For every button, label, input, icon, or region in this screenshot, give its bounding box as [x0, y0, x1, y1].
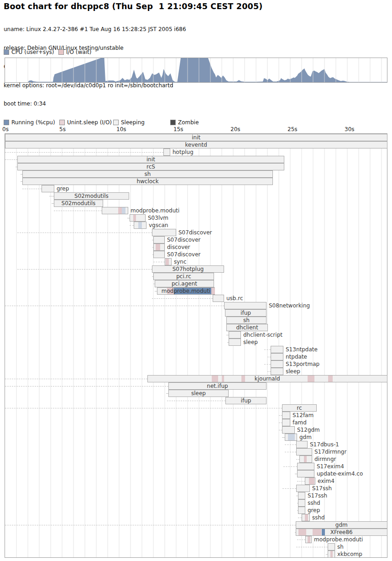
io-wait-segment [330, 551, 333, 557]
process-label: S13ntpdate [286, 346, 318, 353]
process-label: S07discover [167, 237, 200, 243]
process-tree-connector [5, 386, 168, 386]
process-label: init [5, 134, 387, 141]
process-tree-connector [5, 379, 147, 379]
process-label: S02modutils [54, 193, 129, 199]
process-label: rcS [17, 164, 284, 170]
process-tree-connector [5, 408, 282, 408]
process-tree-connector [264, 349, 271, 350]
process-label: S07discover [167, 251, 200, 258]
process-label: sh [337, 544, 344, 550]
legend-label: Running (%cpu) [11, 119, 55, 126]
sleeping-segment [138, 222, 142, 228]
process-bar [102, 207, 128, 214]
io-wait-segment [309, 478, 314, 484]
process-bar [271, 346, 283, 353]
legend-label: CPU (user+sys) [11, 49, 54, 55]
process-tree-connector [17, 233, 152, 233]
process-tree-connector [279, 430, 282, 430]
process-tree-connector [152, 298, 213, 299]
io-wait-segment [305, 514, 308, 521]
process-bar [299, 455, 312, 463]
legend-label: Unint.sleep (I/O) [67, 119, 112, 126]
process-tree-connector [296, 547, 328, 547]
process-label: pci.rc [153, 273, 214, 280]
cpu-usage-chart [5, 58, 387, 83]
process-tree-connector [22, 189, 42, 189]
process-label: S17exim4 [317, 463, 344, 470]
process-bar [153, 236, 165, 243]
legend-swatch-icon [113, 120, 119, 125]
process-label: hotplug [172, 149, 193, 155]
process-tree-connector [264, 364, 271, 365]
axis-tick-label: 5s [59, 126, 66, 132]
process-label: S03lvm [148, 215, 168, 221]
legend-item: I/O (wait) [58, 49, 91, 55]
process-bar [282, 426, 295, 434]
io-wait-segment [156, 244, 160, 250]
process-bar [298, 492, 305, 499]
process-bar [153, 251, 165, 258]
cpu-area-plot [5, 58, 387, 82]
process-bar [130, 214, 146, 222]
axis-tick-label: 10s [116, 126, 126, 132]
process-bar [271, 368, 283, 375]
process-state-legend: Running (%cpu)Unint.sleep (I/O)SleepingZ… [0, 119, 392, 125]
io-wait-segment [308, 536, 310, 543]
process-label: sshd [308, 500, 320, 506]
io-wait-segment [166, 259, 169, 265]
process-label: S08networking [269, 302, 310, 309]
process-label: sh [22, 171, 273, 177]
process-bar [302, 514, 310, 521]
process-label: kjournald [147, 376, 387, 382]
process-tree-connector [282, 488, 296, 489]
process-bar [298, 507, 305, 514]
process-tree-connector [279, 415, 282, 416]
process-bar [305, 477, 315, 485]
process-label: modprobe.moduti [157, 288, 215, 294]
cpu-usage-area [5, 58, 387, 82]
boot-time-line: boot time: 0:34 [4, 101, 262, 107]
process-tree-connector [54, 211, 102, 211]
process-tree-connector [297, 540, 305, 540]
bootchart-page: { "header": { "title": "Boot chart for d… [0, 0, 392, 561]
process-tree-connector [167, 401, 225, 401]
process-gantt-chart: initkeventdhotpluginitrcSshhwclockgrepS0… [5, 133, 387, 558]
process-bar [213, 295, 224, 302]
process-label: S13portmap [286, 361, 319, 367]
process-label: exim4 [318, 478, 335, 484]
io-wait-segment [133, 215, 136, 221]
process-label: S12fam [293, 412, 314, 418]
process-bar [285, 434, 297, 441]
process-tree-connector [49, 196, 54, 196]
process-label: sleep [286, 368, 300, 375]
process-bar [224, 302, 267, 309]
process-tree-connector [285, 452, 296, 452]
process-tree-connector [297, 481, 305, 482]
process-bar [282, 412, 290, 419]
legend-label: I/O (wait) [66, 49, 91, 55]
process-label: dhclient-script [243, 332, 282, 338]
legend-swatch-icon [59, 120, 65, 125]
process-label: sleep [243, 339, 258, 345]
process-bar [271, 360, 283, 368]
process-label: ifup [225, 310, 267, 316]
kernel-options-line: kernel options: root=/dev/ida/c0d0p1 ro … [4, 83, 262, 89]
process-label: ifup [225, 397, 267, 404]
process-label: S17dbus-1 [310, 441, 339, 448]
axis-tick-label: 15s [173, 126, 183, 132]
process-label: gdm [299, 434, 312, 440]
process-bar [305, 536, 312, 543]
process-label: S02modutils [54, 200, 103, 206]
axis-tick-label: 25s [287, 126, 298, 132]
process-bar [328, 543, 335, 550]
process-label: sleep [168, 390, 229, 397]
process-tree-connector [298, 518, 302, 518]
process-tree-connector [296, 459, 299, 460]
process-label: update-exim4.co [317, 471, 363, 477]
process-label: dirmngr [314, 456, 336, 462]
io-wait-segment [304, 456, 307, 462]
process-label: sshd [312, 514, 325, 521]
page-title: Boot chart for dhcppc8 (Thu Sep 1 21:09:… [4, 2, 262, 11]
process-bar [152, 229, 176, 236]
